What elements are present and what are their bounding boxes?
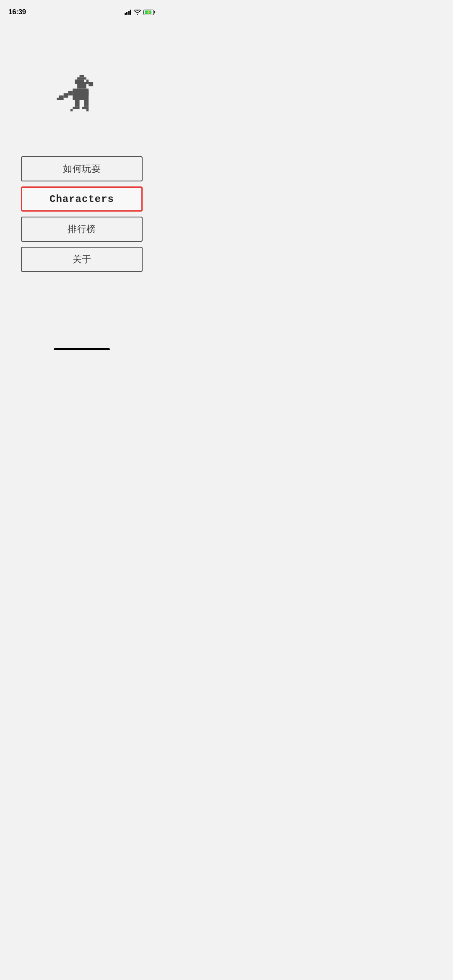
svg-rect-8: [77, 84, 86, 89]
svg-rect-20: [82, 107, 89, 109]
svg-rect-21: [86, 109, 89, 111]
characters-button[interactable]: Characters: [21, 186, 143, 212]
status-icons: ⚡: [125, 10, 156, 15]
status-time: 16:39: [8, 8, 26, 16]
svg-rect-17: [84, 100, 89, 107]
battery-icon: ⚡: [143, 10, 155, 15]
svg-rect-14: [84, 91, 89, 93]
signal-icon: [125, 10, 132, 15]
dino-container: [57, 75, 107, 131]
about-button[interactable]: 关于: [21, 247, 143, 272]
svg-rect-5: [84, 80, 86, 82]
svg-rect-9: [73, 89, 89, 100]
svg-rect-4: [77, 82, 86, 84]
svg-rect-13: [57, 98, 59, 100]
svg-rect-16: [75, 100, 80, 107]
svg-rect-10: [68, 91, 73, 96]
svg-rect-18: [73, 107, 79, 109]
svg-rect-19: [70, 109, 73, 111]
svg-rect-1: [77, 77, 86, 79]
svg-rect-0: [80, 75, 84, 77]
wifi-icon: [134, 10, 141, 15]
svg-rect-15: [86, 93, 89, 95]
svg-rect-7: [89, 84, 93, 86]
main-content: 如何玩耍 Characters 排行榜 关于: [0, 18, 164, 354]
leaderboard-button[interactable]: 排行榜: [21, 217, 143, 242]
svg-rect-11: [64, 93, 68, 98]
dino-icon: [57, 75, 107, 129]
home-indicator: [54, 348, 110, 350]
menu-container: 如何玩耍 Characters 排行榜 关于: [0, 156, 164, 272]
svg-rect-12: [59, 96, 64, 100]
how-to-play-button[interactable]: 如何玩耍: [21, 156, 143, 181]
status-bar: 16:39 ⚡: [0, 0, 164, 18]
svg-rect-6: [86, 82, 93, 84]
